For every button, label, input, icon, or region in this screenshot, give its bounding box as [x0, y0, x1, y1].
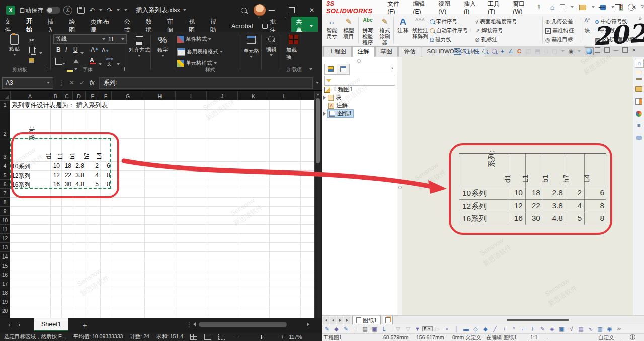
forum-icon[interactable] [635, 134, 643, 142]
hide-show-icon[interactable]: □ [544, 48, 548, 54]
scale-dropdown[interactable]: - [546, 334, 548, 340]
spell-checker-button[interactable]: Abc拼写检验程序 [360, 17, 375, 45]
toolbar-icon[interactable]: ◆ [332, 326, 341, 332]
add-sheet-button[interactable]: + [83, 321, 87, 329]
formula-input[interactable]: 系列: [99, 77, 313, 89]
tab-sketch[interactable]: 草图 [375, 46, 398, 57]
enter-icon[interactable]: ✓ [79, 79, 85, 87]
zoom-fit-icon[interactable] [454, 48, 460, 55]
tree-filter-input[interactable] [324, 76, 395, 86]
tree-item-blocks[interactable]: 块 [323, 94, 342, 101]
zoom-in-button[interactable]: + [281, 334, 284, 340]
linear-note-pattern-button[interactable]: AAA线性注释阵列 [412, 17, 429, 39]
taskpane-home-icon[interactable]: ⌂ [635, 59, 644, 68]
toolbar-icon[interactable]: ▤ [360, 326, 370, 332]
sketch-tool-icon[interactable]: + [500, 326, 509, 332]
row-headers[interactable]: 12 34 56 78 910 1112 1314 1516 1718 1920… [0, 100, 10, 318]
vertical-scrollbar[interactable]: ▲ [314, 91, 321, 318]
copy-button[interactable] [29, 47, 35, 55]
render-sphere-icon[interactable] [585, 47, 594, 55]
new-doc-icon[interactable] [560, 4, 565, 10]
display-style-icon[interactable]: ⬒ [535, 48, 540, 55]
menu-tools[interactable]: 工具(T) [488, 0, 504, 15]
tree-flyout-icon[interactable]: › [391, 65, 393, 71]
section-view-icon[interactable]: C [517, 48, 521, 54]
prev-sheet-icon[interactable] [330, 317, 336, 324]
panel-collapse-dot[interactable] [357, 59, 361, 63]
menu-window[interactable]: 窗口(W) [513, 0, 531, 15]
menu-insert[interactable]: 插入(I) [464, 0, 479, 15]
custom-properties-icon[interactable]: ≡ [635, 121, 643, 129]
tree-item-drawing1[interactable]: 工程图1 [324, 86, 353, 93]
sketch-tool-icon[interactable]: ▣ [557, 326, 567, 332]
cut-button[interactable]: ✂ [29, 37, 34, 44]
add-sheet-tab[interactable] [383, 316, 393, 325]
zoom-slider[interactable] [238, 337, 279, 337]
autosave-toggle[interactable] [46, 7, 60, 14]
copy-dropdown-icon[interactable] [39, 49, 42, 56]
block-button[interactable]: A°块 [582, 17, 593, 33]
weld-symbol-button[interactable]: ↗焊接符号 [475, 27, 503, 34]
format-painter-button[interactable] [29, 58, 34, 65]
save-icon[interactable] [77, 7, 85, 14]
model-items-button[interactable]: ✎模型项目 [341, 17, 356, 39]
note-button[interactable]: A注释 [395, 17, 411, 33]
status-tag-icon[interactable] [630, 334, 635, 341]
pin-icon[interactable]: ✎ [534, 3, 543, 11]
toolbar-icon[interactable]: ✎ [341, 326, 351, 332]
number-button[interactable]: % 数字 [152, 35, 173, 57]
font-color-dropdown-icon[interactable] [99, 60, 102, 67]
ribbon-collapse-icon[interactable] [309, 65, 312, 72]
magnetic-line-button[interactable]: Ω磁力线 [430, 36, 451, 43]
last-sheet-icon[interactable] [344, 317, 350, 324]
borders-button[interactable] [55, 58, 65, 66]
font-launcher-icon[interactable] [121, 67, 125, 71]
sketch-tool-icon[interactable]: ▥ [595, 326, 605, 332]
sketch-tool-icon[interactable]: Γ [528, 326, 538, 332]
tree-item-sheet1[interactable]: 图纸1 [323, 110, 353, 117]
format-painter-button[interactable]: ✎格式涂刷器 [377, 17, 392, 45]
alignment-button[interactable]: 对齐方式 [129, 36, 150, 57]
propertymanager-tab[interactable] [337, 64, 350, 75]
column-headers[interactable]: AB CD EF GH IJ KL [10, 91, 314, 100]
paste-button[interactable]: 粘贴 [9, 34, 20, 56]
menu-edit[interactable]: 编辑(E) [413, 0, 430, 15]
filter-icon[interactable]: ▽ [403, 326, 413, 332]
tab-drawing[interactable]: 工程图 [323, 46, 352, 57]
toolbar-overflow-icon[interactable]: ≫ [614, 326, 624, 331]
open-icon[interactable] [579, 5, 586, 10]
pan-icon[interactable]: + [501, 48, 504, 54]
datum-feature-button[interactable]: A基准特征 [545, 27, 574, 34]
sketch-tool-icon[interactable]: ° [509, 326, 519, 332]
fx-icon[interactable]: fx [90, 79, 94, 87]
format-as-table-button[interactable]: 套用表格格式 [177, 48, 223, 56]
conditional-format-button[interactable]: 条件格式 [177, 36, 211, 43]
sw-hscroll-thumb[interactable] [507, 319, 569, 321]
toolbar-icon[interactable]: L [379, 326, 389, 332]
phonetic-button[interactable]: wén文 [106, 57, 113, 67]
tabbar-dots-icon[interactable]: ⋮ [186, 321, 192, 328]
sketch-tool-icon[interactable]: ∿ [586, 326, 595, 332]
sketch-tool-icon[interactable]: ╱ [490, 326, 500, 332]
edit-appearance-icon[interactable]: ▢ [552, 48, 557, 55]
rotate-view-icon[interactable]: ∠ [508, 48, 513, 55]
font-size-combo[interactable]: 11 [106, 34, 127, 44]
sketch-tool-icon[interactable]: • [442, 326, 452, 332]
editing-button[interactable]: 编辑 [263, 36, 280, 56]
datum-target-button[interactable]: ◎基准目标 [545, 36, 573, 43]
search-icon[interactable] [241, 8, 247, 13]
zoom-selection-icon[interactable] [492, 49, 497, 54]
expand-icon[interactable] [323, 112, 326, 116]
status-custom[interactable]: 自定义 [598, 334, 614, 341]
normal-view-icon[interactable] [190, 334, 197, 340]
page-break-icon[interactable] [218, 334, 225, 340]
file-explorer-icon[interactable] [635, 84, 643, 93]
filter-icon[interactable]: ▽ [393, 326, 403, 332]
cell-A1-title[interactable]: 系列零件设计表是为： 插入系列表 [12, 101, 108, 110]
sketch-tool-icon[interactable]: ◈ [547, 326, 557, 332]
page-layout-icon[interactable] [204, 334, 211, 340]
status-scale[interactable]: 1:1 [530, 334, 538, 340]
tab-annotation[interactable]: 注解 [352, 46, 375, 57]
toolbar-icon[interactable]: ≡ [351, 326, 360, 332]
hscroll-left-icon[interactable] [193, 322, 196, 326]
